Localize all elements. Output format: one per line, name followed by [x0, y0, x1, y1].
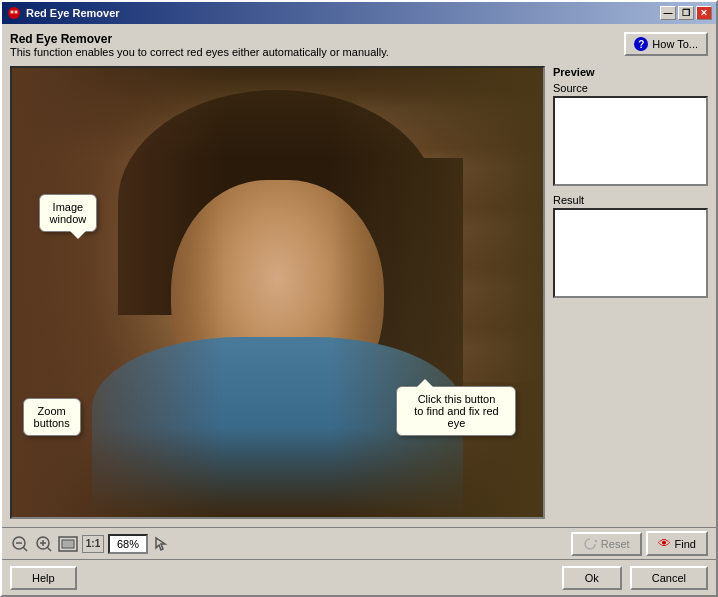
photo-background	[12, 68, 543, 517]
header-text: Red Eye Remover This function enables yo…	[10, 32, 389, 58]
svg-marker-14	[156, 538, 165, 550]
select-tool-button[interactable]	[152, 534, 172, 554]
how-to-button[interactable]: ? How To...	[624, 32, 708, 56]
page-description: This function enables you to correct red…	[10, 46, 389, 58]
source-label: Source	[553, 82, 708, 94]
preview-section: Preview Source Result	[553, 66, 708, 306]
zoom-out-button[interactable]	[10, 534, 30, 554]
svg-point-0	[8, 7, 20, 19]
header-section: Red Eye Remover This function enables yo…	[10, 32, 708, 58]
photo-overlay	[12, 68, 543, 517]
find-button[interactable]: 👁 Find	[646, 531, 708, 556]
help-button[interactable]: Help	[10, 566, 77, 590]
main-window: Red Eye Remover — ❐ ✕ Red Eye Remover Th…	[0, 0, 718, 597]
svg-line-7	[23, 547, 27, 551]
svg-rect-13	[62, 540, 74, 548]
reset-button[interactable]: Reset	[571, 532, 642, 556]
close-button[interactable]: ✕	[696, 6, 712, 20]
image-window-tooltip: Image window	[39, 194, 98, 232]
result-label: Result	[553, 194, 708, 206]
result-preview-box	[553, 208, 708, 298]
ok-cancel-group: Ok Cancel	[562, 566, 708, 590]
cancel-button[interactable]: Cancel	[630, 566, 708, 590]
main-section: Image window Zoom buttons Click this but…	[10, 66, 708, 519]
zoom-buttons-tooltip: Zoom buttons	[23, 398, 81, 436]
title-bar-icon	[6, 5, 22, 21]
preview-label: Preview	[553, 66, 708, 78]
svg-point-3	[11, 11, 13, 13]
svg-line-11	[47, 547, 51, 551]
question-icon: ?	[634, 37, 648, 51]
image-area[interactable]: Image window Zoom buttons Click this but…	[10, 66, 545, 519]
svg-point-4	[15, 11, 17, 13]
source-preview-box	[553, 96, 708, 186]
fit-button[interactable]	[58, 534, 78, 554]
page-title: Red Eye Remover	[10, 32, 389, 46]
sidebar: Preview Source Result	[553, 66, 708, 519]
reset-icon	[583, 537, 597, 551]
zoom-input[interactable]	[108, 534, 148, 554]
title-bar: Red Eye Remover — ❐ ✕	[2, 2, 716, 24]
title-bar-text: Red Eye Remover	[26, 7, 660, 19]
click-find-tooltip: Click this button to find and fix red ey…	[396, 386, 516, 436]
eye-icon: 👁	[658, 536, 671, 551]
toolbar-bar: 1:1 Reset 👁 Find	[2, 527, 716, 559]
zoom-in-button[interactable]	[34, 534, 54, 554]
actual-size-button[interactable]: 1:1	[82, 535, 104, 553]
bottom-bar: Help Ok Cancel	[2, 559, 716, 595]
ok-button[interactable]: Ok	[562, 566, 622, 590]
restore-button[interactable]: ❐	[678, 6, 694, 20]
svg-marker-15	[594, 540, 597, 543]
minimize-button[interactable]: —	[660, 6, 676, 20]
content-area: Red Eye Remover This function enables yo…	[2, 24, 716, 527]
title-bar-buttons: — ❐ ✕	[660, 6, 712, 20]
